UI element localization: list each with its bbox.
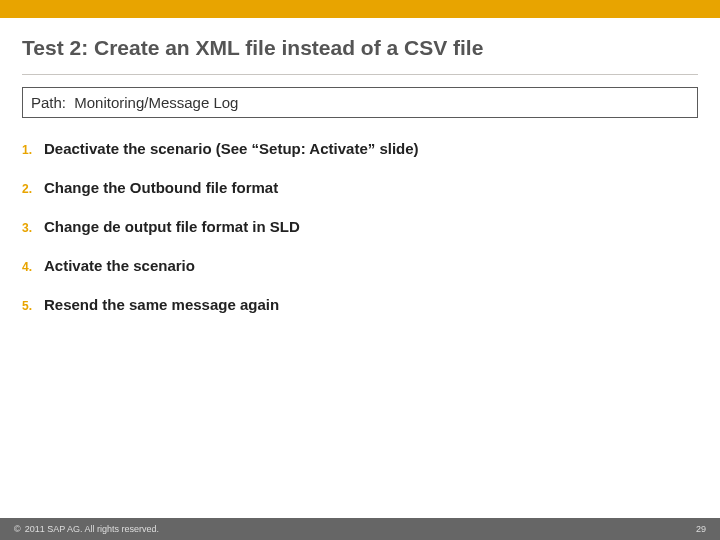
steps-list: Deactivate the scenario (See “Setup: Act…: [0, 140, 720, 313]
path-value: Monitoring/Message Log: [74, 94, 238, 111]
list-item: Change de output file format in SLD: [22, 218, 698, 235]
copyright-icon: ©: [14, 524, 21, 534]
step-text: Deactivate the scenario (See “Setup: Act…: [44, 140, 419, 157]
slide-footer: © 2011 SAP AG. All rights reserved. 29: [0, 518, 720, 540]
step-text: Change the Outbound file format: [44, 179, 278, 196]
list-item: Deactivate the scenario (See “Setup: Act…: [22, 140, 698, 157]
list-item: Resend the same message again: [22, 296, 698, 313]
list-item: Activate the scenario: [22, 257, 698, 274]
brand-top-bar: [0, 0, 720, 18]
list-item: Change the Outbound file format: [22, 179, 698, 196]
path-label: Path:: [31, 94, 66, 111]
copyright-text: 2011 SAP AG. All rights reserved.: [25, 524, 159, 534]
copyright: © 2011 SAP AG. All rights reserved.: [14, 524, 159, 534]
step-text: Change de output file format in SLD: [44, 218, 300, 235]
step-text: Activate the scenario: [44, 257, 195, 274]
title-divider: [22, 74, 698, 75]
page-title: Test 2: Create an XML file instead of a …: [0, 18, 720, 74]
page-number: 29: [696, 524, 706, 534]
step-text: Resend the same message again: [44, 296, 279, 313]
path-box: Path: Monitoring/Message Log: [22, 87, 698, 118]
